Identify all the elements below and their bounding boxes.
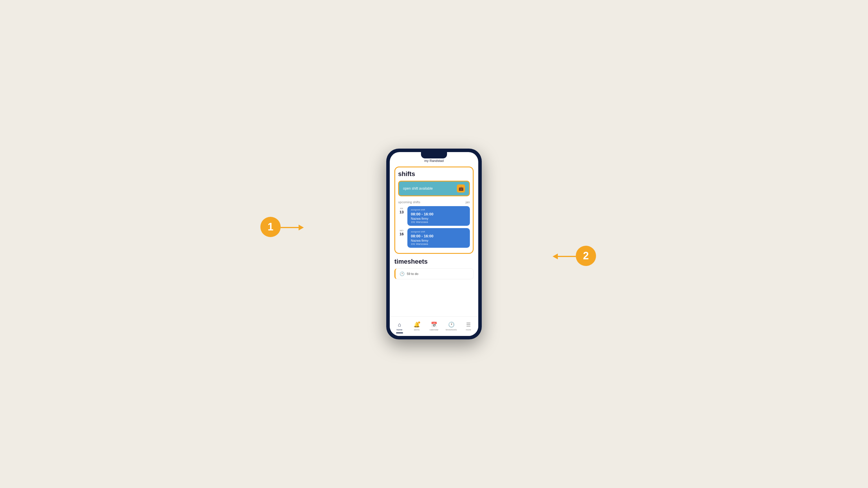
open-shift-text: open shift available — [403, 187, 433, 191]
phone-shell: my Randstad shifts open shift available … — [386, 149, 482, 339]
shift-card-1[interactable]: assigned shift 08:00 - 16:00 Nazwa firmy… — [407, 206, 470, 226]
scene: 1 my Randstad shifts open shift avai — [0, 0, 868, 488]
open-shift-banner[interactable]: open shift available 💼 — [398, 181, 470, 196]
home-icon: ⌂ — [398, 322, 401, 328]
annotation-1: 1 — [260, 217, 281, 237]
screen-content: shifts open shift available 💼 upcoming s… — [390, 164, 478, 316]
shift-address-1: 191 Warszawa — [411, 221, 466, 224]
upcoming-label: upcoming shifts — [398, 200, 420, 204]
shift-company-2: Nazwa firmy — [411, 239, 466, 242]
calendar-icon: 📅 — [431, 322, 437, 328]
shift-day-name-1: FR — [400, 207, 403, 210]
shift-time-2: 08:00 - 16:00 — [411, 234, 466, 238]
shift-row-2[interactable]: MO 16 assigned shift 08:00 - 16:00 Nazwa… — [398, 228, 470, 248]
shift-day-name-2: MO — [400, 229, 404, 232]
timesheets-section-title: timesheets — [394, 258, 474, 265]
upcoming-header: upcoming shifts jan — [398, 200, 470, 204]
phone-notch — [421, 152, 447, 158]
shift-time-1: 08:00 - 16:00 — [411, 212, 466, 216]
nav-label-alerts: alerts — [414, 328, 420, 331]
shifts-highlight-box: shifts open shift available 💼 upcoming s… — [394, 166, 474, 254]
nav-item-timesheets[interactable]: 🕐 timesheets — [443, 322, 460, 331]
timesheets-row[interactable]: 🕐 59 to do — [394, 268, 474, 279]
briefcase-icon: 💼 — [457, 185, 465, 193]
nav-label-home: home — [397, 328, 402, 331]
shift-address-2: 191 Warszawa — [411, 242, 466, 246]
svg-marker-3 — [553, 254, 558, 259]
timesheets-clock-icon: 🕐 — [400, 271, 404, 276]
nav-item-more[interactable]: ☰ more — [460, 322, 477, 331]
timesheets-section: timesheets 🕐 59 to do — [394, 258, 474, 282]
shift-date-2: MO 16 — [398, 228, 405, 236]
nav-item-alerts[interactable]: 🔔 alerts — [408, 322, 426, 331]
shift-day-num-1: 13 — [400, 210, 404, 214]
nav-label-timesheets: timesheets — [445, 328, 457, 331]
shift-date-1: FR 13 — [398, 206, 405, 214]
shift-badge-2: assigned shift — [411, 230, 466, 233]
nav-item-home[interactable]: ⌂ home — [391, 322, 408, 331]
shift-day-num-2: 16 — [400, 232, 404, 236]
arrow-2 — [553, 252, 576, 262]
month-label: jan — [466, 200, 470, 204]
timesheets-todo-text: 59 to do — [407, 272, 418, 275]
phone-screen: my Randstad shifts open shift available … — [390, 152, 478, 336]
menu-icon: ☰ — [466, 322, 471, 328]
shift-card-2[interactable]: assigned shift 08:00 - 16:00 Nazwa firmy… — [407, 228, 470, 248]
annotation-2: 2 — [576, 246, 596, 266]
bottom-nav: ⌂ home 🔔 alerts 📅 calendar 🕐 timesheets — [390, 316, 478, 336]
nav-label-more: more — [466, 328, 471, 331]
shift-row-1[interactable]: FR 13 assigned shift 08:00 - 16:00 Nazwa… — [398, 206, 470, 226]
arrow-1 — [281, 224, 304, 233]
shift-badge-1: assigned shift — [411, 208, 466, 211]
shift-company-1: Nazwa firmy — [411, 217, 466, 220]
svg-marker-1 — [299, 225, 304, 230]
nav-item-calendar[interactable]: 📅 calendar — [425, 322, 443, 331]
nav-active-indicator — [396, 332, 403, 333]
nav-label-calendar: calendar — [430, 328, 439, 331]
shifts-section-title: shifts — [398, 170, 470, 178]
app-title: my Randstad — [424, 159, 443, 162]
clock-icon: 🕐 — [448, 322, 455, 328]
